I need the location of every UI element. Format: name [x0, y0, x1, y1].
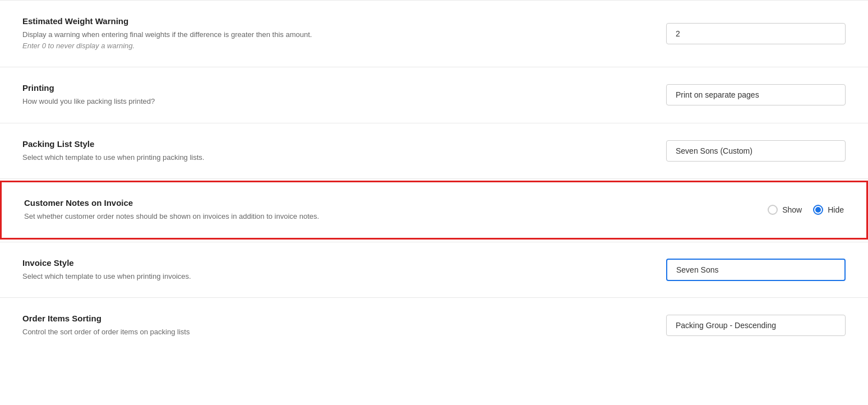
printing-control: Print on separate pages [516, 84, 846, 105]
customer-notes-desc: Set whether customer order notes should … [24, 211, 475, 222]
order-items-sorting-label: Order Items Sorting Control the sort ord… [22, 314, 475, 338]
packing-list-style-label: Packing List Style Select which template… [22, 139, 475, 163]
estimated-weight-warning-desc: Display a warning when entering final we… [22, 29, 475, 51]
packing-list-style-control: Seven Sons (Custom) [516, 140, 846, 162]
customer-notes-label: Customer Notes on Invoice Set whether cu… [24, 198, 475, 222]
invoice-style-control: Seven Sons [516, 259, 846, 281]
invoice-style-row: Invoice Style Select which template to u… [0, 242, 868, 298]
customer-notes-hide-label: Hide [828, 205, 844, 214]
customer-notes-radio-group: Show Hide [768, 205, 844, 215]
order-items-sorting-control: Packing Group - Descending [516, 315, 846, 336]
order-items-sorting-row: Order Items Sorting Control the sort ord… [0, 297, 868, 353]
customer-notes-hide-option[interactable]: Hide [813, 205, 844, 215]
printing-row: Printing How would you like packing list… [0, 67, 868, 123]
customer-notes-show-option[interactable]: Show [768, 205, 802, 215]
packing-list-style-row: Packing List Style Select which template… [0, 123, 868, 180]
invoice-style-select[interactable]: Seven Sons [666, 259, 846, 281]
order-items-sorting-select[interactable]: Packing Group - Descending [666, 315, 846, 336]
invoice-style-label: Invoice Style Select which template to u… [22, 258, 475, 282]
estimated-weight-warning-input[interactable] [666, 23, 846, 44]
printing-label: Printing How would you like packing list… [22, 83, 475, 107]
estimated-weight-warning-row: Estimated Weight Warning Display a warni… [0, 0, 868, 67]
invoice-style-desc: Select which template to use when printi… [22, 271, 475, 282]
packing-list-style-title: Packing List Style [22, 139, 475, 149]
customer-notes-show-label: Show [782, 205, 802, 214]
packing-list-style-desc: Select which template to use when printi… [22, 152, 475, 163]
packing-list-style-select[interactable]: Seven Sons (Custom) [666, 140, 846, 162]
customer-notes-title: Customer Notes on Invoice [24, 198, 475, 208]
order-items-sorting-desc: Control the sort order of order items on… [22, 326, 475, 338]
order-items-sorting-title: Order Items Sorting [22, 314, 475, 323]
printing-title: Printing [22, 83, 475, 93]
estimated-weight-warning-title: Estimated Weight Warning [22, 16, 475, 26]
customer-notes-control: Show Hide [516, 205, 844, 215]
customer-notes-hide-radio[interactable] [813, 205, 823, 215]
estimated-weight-warning-control [516, 23, 846, 44]
printing-select[interactable]: Print on separate pages [666, 84, 846, 105]
settings-container: Estimated Weight Warning Display a warni… [0, 0, 868, 353]
printing-desc: How would you like packing lists printed… [22, 96, 475, 107]
estimated-weight-warning-label: Estimated Weight Warning Display a warni… [22, 16, 475, 51]
invoice-style-title: Invoice Style [22, 258, 475, 268]
customer-notes-show-radio[interactable] [768, 205, 778, 215]
customer-notes-row: Customer Notes on Invoice Set whether cu… [0, 181, 868, 240]
